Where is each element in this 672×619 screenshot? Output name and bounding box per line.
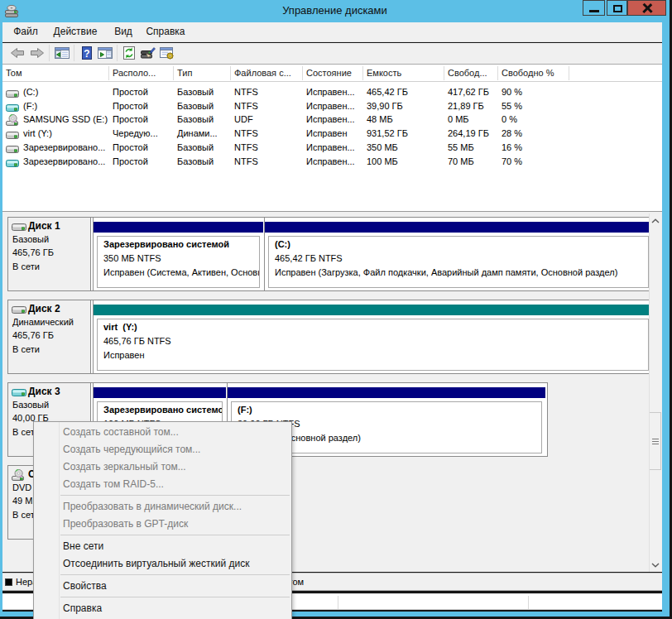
- vertical-scrollbar[interactable]: [649, 214, 661, 572]
- cell-free-pct: 16 %: [502, 142, 522, 152]
- rescan-disks-button[interactable]: [140, 46, 156, 60]
- column-header-volume[interactable]: Том: [6, 68, 22, 78]
- volume-row[interactable]: (C:) Простой Базовый NTFS Исправен... 46…: [2, 85, 662, 99]
- cell-filesystem: NTFS: [234, 87, 258, 97]
- show-action-pane-button[interactable]: [97, 46, 113, 60]
- volume-health: Исправен: [103, 350, 145, 360]
- volume-region[interactable]: (C:) 465,42 ГБ NTFS Исправен (Загрузка, …: [264, 218, 652, 290]
- disk-type: DVD: [12, 482, 31, 492]
- column-header-free[interactable]: Свобод...: [448, 68, 487, 78]
- titlebar: Управление дисками: [0, 0, 670, 22]
- show-console-tree-button[interactable]: [54, 46, 70, 60]
- cell-free-pct: 55 %: [502, 101, 522, 111]
- cell-status: Исправен...: [306, 156, 355, 166]
- volume-label: Зарезервировано системой: [103, 405, 223, 415]
- column-header-free-pct[interactable]: Свободно %: [502, 68, 554, 78]
- volume-label: (F:): [238, 405, 252, 415]
- scrollbar-thumb[interactable]: [650, 412, 661, 470]
- forward-button[interactable]: [29, 46, 46, 60]
- volume-health: Исправен (Загрузка, Файл подкачки, Авари…: [275, 267, 617, 277]
- cell-layout: Простой: [113, 87, 148, 97]
- manage-console-icon: [159, 48, 175, 62]
- column-divider: [497, 66, 498, 80]
- maximize-button[interactable]: [607, 0, 627, 16]
- scrollbar-grip-icon: [652, 439, 659, 445]
- menu-item-convert-to-dynamic-disk: Преобразовать в динамический диск...: [34, 498, 291, 516]
- column-header-layout[interactable]: Располо...: [113, 68, 156, 78]
- cell-layout: Чередую...: [113, 128, 158, 138]
- volume-row[interactable]: (F:) Простой Базовый NTFS Исправен... 39…: [2, 99, 662, 113]
- rescan-disks-icon: [140, 48, 156, 62]
- menu-item-new-spanned-volume: Создать составной том...: [34, 424, 291, 441]
- volume-label: (C:): [275, 239, 290, 249]
- scrollbar-down-button[interactable]: [650, 558, 661, 572]
- back-button[interactable]: [9, 46, 26, 60]
- volume-size: 350 МБ NTFS: [103, 253, 161, 263]
- cell-volume: Зарезервировано...: [23, 156, 105, 166]
- cell-free: 70 МБ: [448, 156, 474, 166]
- cell-type: Базовый: [177, 87, 214, 97]
- cell-filesystem: NTFS: [234, 142, 258, 152]
- volume-row[interactable]: Зарезервировано... Простой Базовый NTFS …: [2, 155, 662, 169]
- column-divider: [173, 66, 174, 80]
- menu-action[interactable]: Действие: [46, 22, 105, 41]
- toolbar-separator: [117, 45, 118, 61]
- column-header-status[interactable]: Состояние: [306, 68, 352, 78]
- help-button[interactable]: ?: [79, 46, 95, 60]
- menu-file[interactable]: Файл: [10, 22, 41, 41]
- volume-size: 465,42 ГБ NTFS: [275, 253, 343, 263]
- manage-console-button[interactable]: [159, 46, 175, 60]
- cell-filesystem: NTFS: [234, 128, 258, 138]
- volume-row[interactable]: Зарезервировано... Простой Базовый NTFS …: [2, 141, 662, 155]
- scrollbar-up-button[interactable]: [650, 214, 661, 228]
- cell-status: Исправен: [306, 128, 348, 138]
- window-title: Управление дисками: [0, 4, 670, 17]
- volume-region[interactable]: virt (Y:) 465,76 ГБ NTFS Исправен: [93, 300, 652, 373]
- column-header-type[interactable]: Тип: [177, 68, 192, 78]
- show-action-pane-icon: [97, 48, 113, 62]
- disk-status: В сети: [12, 262, 40, 271]
- disk-row: Диск 1 Базовый 465,76 ГБ В сети Зарезерв…: [7, 217, 653, 291]
- disk-capacity: 465,76 ГБ: [12, 330, 54, 340]
- cell-capacity: 48 МБ: [367, 114, 393, 124]
- column-divider: [230, 66, 231, 80]
- help-icon: ?: [79, 48, 95, 62]
- close-icon: [642, 3, 652, 13]
- volume-color-strip: [265, 222, 652, 233]
- cell-layout: Простой: [113, 101, 148, 111]
- status-divider: [528, 596, 529, 609]
- cell-filesystem: NTFS: [234, 156, 258, 166]
- column-header-filesystem[interactable]: Файловая с...: [234, 68, 291, 78]
- menu-item-detach-vhd[interactable]: Отсоединить виртуальный жесткий диск: [34, 555, 291, 573]
- menu-help[interactable]: Справка: [140, 22, 191, 41]
- column-header-capacity[interactable]: Емкость: [367, 68, 401, 78]
- disk-header[interactable]: Диск 2 Динамический 465,76 ГБ В сети: [8, 300, 91, 373]
- cell-type: Динами...: [177, 128, 218, 138]
- cell-filesystem: UDF: [234, 114, 253, 124]
- refresh-button[interactable]: [121, 46, 137, 60]
- menu-item-help[interactable]: Справка: [34, 600, 291, 617]
- disk-type: Динамический: [12, 317, 74, 327]
- maximize-icon: [613, 5, 622, 12]
- border-right: [662, 22, 670, 612]
- close-button[interactable]: [627, 0, 666, 16]
- toolbar: ?: [2, 43, 662, 65]
- menu-view[interactable]: Вид: [107, 22, 140, 41]
- menu-item-offline[interactable]: Вне сети: [34, 538, 291, 555]
- cell-status: Исправен...: [306, 142, 355, 152]
- volume-row[interactable]: SAMSUNG SSD (E:) Простой Базовый UDF Исп…: [2, 113, 662, 127]
- volume-list-header: Том Располо... Тип Файловая с... Состоян…: [2, 65, 662, 82]
- cell-free-pct: 70 %: [502, 156, 522, 166]
- cell-free: 264,19 ГБ: [448, 128, 489, 138]
- disk-header[interactable]: Диск 1 Базовый 465,76 ГБ В сети: [8, 218, 91, 290]
- volume-label: Зарезервировано системой: [103, 239, 229, 249]
- menu-item-properties[interactable]: Свойства: [34, 578, 291, 595]
- menu-bar: Файл Действие Вид Справка: [2, 22, 662, 42]
- volume-region[interactable]: Зарезервировано системой 350 МБ NTFS Исп…: [93, 218, 263, 290]
- cell-volume: (C:): [23, 87, 38, 97]
- minimize-button[interactable]: [583, 0, 605, 16]
- cell-free: 55 МБ: [448, 142, 474, 152]
- volume-health: Исправен (Система, Активен, Основной раз…: [103, 267, 260, 277]
- volume-row[interactable]: virt (Y:) Чередую... Динами... NTFS Испр…: [2, 127, 662, 141]
- cell-capacity: 39,90 ГБ: [367, 101, 403, 111]
